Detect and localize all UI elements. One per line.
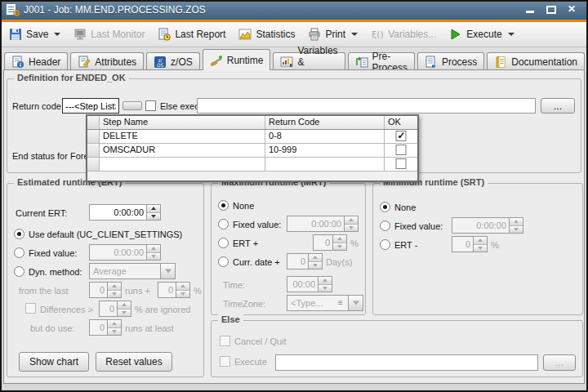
srt-none-label: None: [394, 203, 416, 212]
column-header-ok[interactable]: OK: [385, 116, 417, 129]
variables-button: ξ() Variables...: [365, 25, 442, 43]
close-button[interactable]: [567, 5, 578, 15]
statistics-icon: [238, 28, 252, 41]
spin-up-icon: [345, 216, 358, 224]
step-list-expand-button[interactable]: [122, 101, 142, 110]
maximize-button[interactable]: [546, 5, 557, 15]
ert-fixed-value-radio[interactable]: [14, 247, 24, 258]
spin-up-icon: [309, 254, 322, 261]
runs-plus-label: runs +: [125, 286, 150, 296]
spin-up-icon: [474, 237, 487, 244]
spin-down-icon: [176, 290, 189, 298]
step-name-cell[interactable]: [100, 158, 265, 171]
tab-zos[interactable]: z/OS z/OS: [146, 52, 200, 70]
tab-header[interactable]: Header: [4, 52, 68, 70]
spin-up-icon: [108, 320, 121, 327]
tab-runtime[interactable]: Runtime: [203, 49, 271, 70]
tab-variables-prompts[interactable]: Variables & Prompts: [273, 52, 345, 70]
table-row[interactable]: OMSCADUR 10-999: [87, 144, 417, 158]
mrt-none-radio[interactable]: [218, 200, 229, 211]
spin-down-icon: [108, 327, 121, 336]
mrt-curr-date-radio[interactable]: [218, 256, 229, 267]
execute-dropdown-arrow-icon[interactable]: [508, 33, 514, 36]
spin-down-icon: [510, 225, 523, 234]
mrt-ert-plus-radio[interactable]: [218, 238, 229, 248]
spin-down-icon: [333, 243, 346, 251]
row-selector[interactable]: [87, 158, 100, 171]
srt-ert-minus-radio[interactable]: [380, 239, 390, 250]
last-report-button[interactable]: Last Report: [152, 25, 231, 43]
statistics-button[interactable]: Statistics: [233, 25, 301, 43]
srt-fixed-value-radio[interactable]: [380, 220, 390, 231]
reset-values-button[interactable]: Reset values: [96, 352, 172, 372]
spin-up-icon[interactable]: [147, 205, 160, 212]
mrt-fixed-value-radio[interactable]: [218, 219, 229, 229]
last-monitor-button: Last Monitor: [68, 25, 150, 43]
else-execute-label2: Execute: [234, 357, 267, 367]
table-row[interactable]: [87, 158, 417, 172]
toolbar: Save Last Monitor Last Report Statistics…: [0, 22, 588, 47]
svg-text:OS: OS: [157, 62, 164, 68]
mrt-fixed-value-label: Fixed value:: [233, 220, 281, 229]
ok-checkbox[interactable]: [396, 145, 407, 155]
tab-documentation[interactable]: Documentation: [487, 52, 585, 70]
ok-cell: [385, 158, 417, 171]
tab-process[interactable]: Process: [417, 52, 484, 70]
mrt-fixed-value-spinner: 0:00:00: [287, 216, 359, 232]
use-default-radio[interactable]: [14, 229, 24, 239]
ok-cell: [385, 130, 417, 143]
monitor-icon: [74, 28, 87, 41]
from-last-runs-spinner: 0: [89, 282, 122, 298]
tab-pre-process[interactable]: Pre-Process: [348, 52, 415, 70]
differences-pct-spinner: 0: [99, 301, 131, 317]
save-dropdown-arrow-icon[interactable]: [54, 33, 60, 36]
column-header-return-code[interactable]: Return Code: [265, 116, 385, 129]
mrt-days-label: Day(s): [326, 257, 352, 267]
spin-up-icon: [333, 235, 346, 243]
print-button[interactable]: Print: [302, 25, 363, 43]
minimize-button[interactable]: [524, 5, 536, 15]
execute-button[interactable]: Execute: [443, 25, 519, 43]
title-bar: ⚙ J001 - Job: MM.END.PROCESSING.ZOS: [0, 0, 588, 20]
return-code-cell[interactable]: [265, 158, 385, 171]
step-name-cell[interactable]: OMSCADUR: [100, 144, 265, 157]
column-header-step-name[interactable]: Step Name: [100, 116, 265, 129]
row-selector[interactable]: [87, 144, 100, 157]
table-row[interactable]: DELETE 0-8: [87, 130, 417, 144]
step-name-cell[interactable]: DELETE: [100, 130, 265, 143]
srt-fixed-value-label: Fixed value:: [394, 221, 443, 231]
else-execute-browse-button[interactable]: ...: [541, 98, 575, 114]
srt-fixed-value-spinner: 0:00:00: [452, 217, 523, 234]
return-code-cell[interactable]: 10-999: [265, 144, 385, 157]
srt-group: Minimum runtime (SRT) None Fixed value: …: [372, 183, 583, 315]
srt-ert-minus-spinner: 0: [452, 236, 488, 252]
documentation-icon: [494, 56, 507, 69]
job-app-icon: ⚙: [5, 3, 19, 16]
spin-up-icon: [147, 245, 160, 252]
return-code-input[interactable]: [62, 98, 119, 114]
dyn-method-radio[interactable]: [14, 266, 24, 277]
return-code-cell[interactable]: 0-8: [265, 130, 385, 143]
row-selector[interactable]: [87, 130, 100, 143]
cancel-quit-checkbox: [220, 336, 230, 346]
process-icon: [425, 56, 438, 69]
spin-up-icon: [510, 218, 523, 225]
else-execute-input[interactable]: [197, 98, 536, 114]
mrt-ert-plus-label: ERT +: [233, 238, 258, 248]
else-execute-checkbox[interactable]: [145, 100, 156, 111]
header-icon: [11, 56, 24, 69]
else-execute-input2[interactable]: [275, 354, 538, 371]
save-icon: [9, 28, 22, 41]
srt-none-radio[interactable]: [380, 202, 390, 212]
ok-checkbox[interactable]: [396, 131, 407, 141]
srt-ert-minus-label: ERT -: [394, 240, 417, 250]
definition-group-title: Definition for ENDED_OK: [14, 73, 129, 82]
ok-checkbox[interactable]: [396, 158, 407, 169]
current-ert-spinner[interactable]: 0:00:00: [89, 204, 161, 220]
save-button[interactable]: Save: [3, 25, 66, 43]
tab-attributes[interactable]: Attributes: [70, 52, 144, 70]
dyn-method-label: Dyn. method:: [29, 267, 82, 277]
spin-down-icon[interactable]: [147, 212, 160, 220]
show-chart-button[interactable]: Show chart: [19, 352, 89, 372]
print-dropdown-arrow-icon[interactable]: [351, 33, 358, 36]
